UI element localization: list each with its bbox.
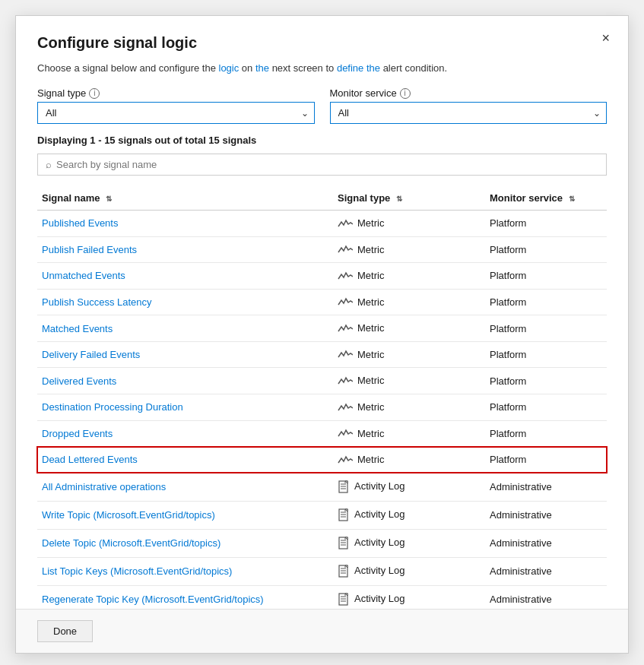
signal-name-cell: Published Events [37, 211, 333, 237]
configure-signal-dialog: Configure signal logic × Choose a signal… [15, 15, 629, 654]
table-row[interactable]: Delete Topic (Microsoft.EventGrid/topics… [37, 529, 607, 557]
signal-type-value: Metric [357, 401, 384, 413]
monitor-service-select[interactable]: All [330, 102, 608, 124]
metric-icon [338, 376, 353, 387]
signal-type-info-icon[interactable]: i [89, 88, 100, 99]
metric-icon [338, 350, 353, 360]
monitor-service-label: Monitor service i [330, 87, 608, 99]
dialog-description: Choose a signal below and configure the … [37, 62, 607, 74]
col-monitor-service: Monitor service ⇅ [485, 186, 607, 211]
signal-type-sort-icon[interactable]: ⇅ [396, 195, 402, 203]
signal-name-link[interactable]: Published Events [42, 217, 118, 229]
monitor-service-cell: Platform [485, 420, 607, 447]
table-row[interactable]: Publish Success LatencyMetricPlatform [37, 289, 607, 315]
signal-name-cell: Delivered Events [37, 368, 333, 394]
signal-name-link[interactable]: Dropped Events [42, 428, 113, 439]
col-signal-name: Signal name ⇅ [37, 186, 333, 211]
monitor-service-cell: Platform [485, 289, 607, 315]
table-row[interactable]: Unmatched EventsMetricPlatform [37, 263, 607, 290]
col-signal-type: Signal type ⇅ [333, 186, 485, 211]
signal-name-link[interactable]: Delivered Events [42, 375, 116, 387]
controls-row: Signal type i All ⌄ Monitor service i Al… [37, 87, 607, 124]
signal-type-value: Metric [357, 322, 384, 334]
signal-name-link[interactable]: Delivery Failed Events [42, 349, 140, 360]
activity-log-icon [338, 565, 350, 578]
signal-type-value: Metric [357, 428, 384, 439]
activity-log-icon [338, 508, 350, 522]
signal-type-cell: Activity Log [333, 501, 485, 529]
signal-type-cell: Metric [333, 263, 485, 290]
signal-type-value: Metric [357, 349, 384, 360]
table-row[interactable]: Delivery Failed EventsMetricPlatform [37, 341, 607, 368]
monitor-service-cell: Platform [485, 211, 607, 237]
dialog-title: Configure signal logic [37, 34, 607, 52]
metric-icon [338, 429, 353, 439]
table-row[interactable]: Matched EventsMetricPlatform [37, 315, 607, 342]
signal-type-value: Activity Log [354, 508, 404, 520]
table-row[interactable]: Dead Lettered EventsMetricPlatform [37, 447, 607, 473]
signal-name-cell: Matched Events [37, 315, 333, 342]
signal-name-link[interactable]: Publish Failed Events [42, 244, 137, 255]
signal-type-cell: Metric [333, 211, 485, 237]
monitor-service-cell: Platform [485, 341, 607, 368]
metric-icon [338, 271, 353, 282]
signal-type-select[interactable]: All [37, 102, 315, 124]
signal-name-link[interactable]: Write Topic (Microsoft.EventGrid/topics) [42, 509, 215, 521]
signal-type-value: Metric [357, 217, 384, 229]
metric-icon [338, 455, 353, 466]
monitor-service-cell: Platform [485, 394, 607, 420]
search-input[interactable] [56, 159, 598, 170]
signal-type-cell: Metric [333, 420, 485, 447]
display-count: Displaying 1 - 15 signals out of total 1… [37, 135, 607, 146]
signal-name-link[interactable]: Delete Topic (Microsoft.EventGrid/topics… [42, 537, 220, 549]
activity-log-icon [338, 537, 350, 550]
monitor-service-cell: Platform [485, 368, 607, 394]
signal-type-value: Activity Log [354, 480, 404, 492]
signal-name-link[interactable]: Unmatched Events [42, 270, 125, 281]
monitor-service-cell: Platform [485, 447, 607, 473]
table-row[interactable]: Destination Processing DurationMetricPla… [37, 394, 607, 420]
table-row[interactable]: Write Topic (Microsoft.EventGrid/topics)… [37, 501, 607, 529]
table-row[interactable]: Delivered EventsMetricPlatform [37, 368, 607, 394]
signal-type-cell: Metric [333, 289, 485, 315]
signal-name-link[interactable]: List Topic Keys (Microsoft.EventGrid/top… [42, 565, 232, 577]
signal-type-value: Metric [357, 454, 384, 465]
metric-icon [338, 297, 353, 308]
signal-name-cell: List Topic Keys (Microsoft.EventGrid/top… [37, 557, 333, 585]
monitor-service-cell: Administrative [485, 501, 607, 529]
monitor-service-info-icon[interactable]: i [400, 88, 411, 99]
signal-name-sort-icon[interactable]: ⇅ [106, 195, 112, 203]
metric-icon [338, 219, 353, 230]
signal-name-cell: All Administrative operations [37, 473, 333, 501]
signal-type-value: Metric [357, 375, 384, 386]
signal-name-cell: Dropped Events [37, 420, 333, 447]
signal-name-link[interactable]: Matched Events [42, 323, 113, 334]
close-button[interactable]: × [597, 30, 614, 46]
monitor-service-cell: Administrative [485, 473, 607, 501]
search-box: ⌕ [37, 154, 607, 176]
signal-type-value: Metric [357, 270, 384, 281]
monitor-service-cell: Administrative [485, 557, 607, 585]
table-row[interactable]: Dropped EventsMetricPlatform [37, 420, 607, 447]
signal-name-cell: Publish Failed Events [37, 236, 333, 263]
signal-name-link[interactable]: All Administrative operations [42, 481, 166, 492]
table-row[interactable]: All Administrative operationsActivity Lo… [37, 473, 607, 501]
signal-name-cell: Destination Processing Duration [37, 394, 333, 420]
signal-type-value: Activity Log [354, 537, 404, 548]
table-row[interactable]: Publish Failed EventsMetricPlatform [37, 236, 607, 263]
signal-name-cell: Write Topic (Microsoft.EventGrid/topics) [37, 501, 333, 529]
table-body: Published EventsMetricPlatformPublish Fa… [37, 211, 607, 614]
table-row[interactable]: List Topic Keys (Microsoft.EventGrid/top… [37, 557, 607, 585]
signal-type-label: Signal type i [37, 87, 315, 99]
signal-name-link[interactable]: Destination Processing Duration [42, 401, 183, 413]
signal-name-link[interactable]: Dead Lettered Events [42, 454, 138, 465]
table-row[interactable]: Published EventsMetricPlatform [37, 211, 607, 237]
done-button[interactable]: Done [37, 620, 93, 642]
signal-type-value: Metric [357, 296, 384, 308]
monitor-service-sort-icon[interactable]: ⇅ [569, 195, 575, 203]
signal-name-link[interactable]: Regenerate Topic Key (Microsoft.EventGri… [42, 594, 264, 605]
signals-table: Signal name ⇅ Signal type ⇅ Monitor serv… [37, 186, 607, 614]
signal-type-value: Metric [357, 244, 384, 255]
signal-name-link[interactable]: Publish Success Latency [42, 296, 152, 308]
search-icon: ⌕ [46, 159, 52, 170]
